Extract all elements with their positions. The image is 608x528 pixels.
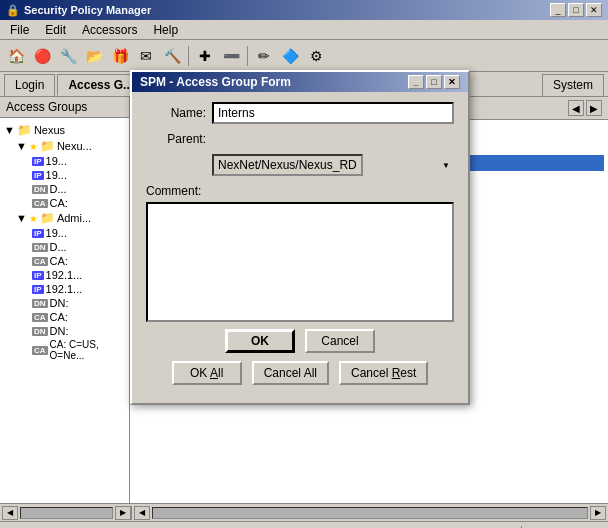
right-nav[interactable]: ◀ ▶ bbox=[568, 100, 602, 116]
nav-next-button[interactable]: ▶ bbox=[586, 100, 602, 116]
toolbar-btn-add[interactable]: ✚ bbox=[193, 44, 217, 68]
tree-nexu[interactable]: ▼ ★ 📁 Nexu... bbox=[16, 138, 125, 154]
title-bar-left: 🔒 Security Policy Manager bbox=[6, 4, 151, 17]
dn-icon-3: DN bbox=[32, 299, 48, 308]
nav-prev-button[interactable]: ◀ bbox=[568, 100, 584, 116]
cancel-rest-button[interactable]: Cancel Rest bbox=[339, 361, 428, 385]
parent-select[interactable]: NexNet/Nexus/Nexus_RD bbox=[212, 154, 363, 176]
dialog-title-controls[interactable]: _ □ ✕ bbox=[408, 75, 460, 89]
tree-dn-4[interactable]: DN DN: bbox=[32, 324, 125, 338]
app-title: Security Policy Manager bbox=[24, 4, 151, 16]
tree-label-dn1: D... bbox=[50, 183, 67, 195]
left-panel: Access Groups ▼ 📁 Nexus ▼ ★ 📁 Nexu... IP bbox=[0, 97, 130, 503]
scroll-left-btn-2[interactable]: ◀ bbox=[134, 506, 150, 520]
ok-button[interactable]: OK bbox=[225, 329, 295, 353]
tree-label-ip3: 19... bbox=[46, 227, 67, 239]
comment-label: Comment: bbox=[146, 184, 454, 198]
menu-edit[interactable]: Edit bbox=[41, 22, 70, 38]
dialog-close-button[interactable]: ✕ bbox=[444, 75, 460, 89]
close-button[interactable]: ✕ bbox=[586, 3, 602, 17]
tree-dn-1[interactable]: DN D... bbox=[32, 182, 125, 196]
ip-icon-4: IP bbox=[32, 271, 44, 280]
tree-ca-2[interactable]: CA CA: bbox=[32, 254, 125, 268]
toolbar-btn-home[interactable]: 🏠 bbox=[4, 44, 28, 68]
tree-ip-1[interactable]: IP 19... bbox=[32, 154, 125, 168]
menu-help[interactable]: Help bbox=[149, 22, 182, 38]
parent-select-row: NexNet/Nexus/Nexus_RD bbox=[146, 154, 454, 176]
folder-icon-3: 📁 bbox=[40, 211, 55, 225]
scroll-track-right[interactable] bbox=[152, 507, 588, 519]
toolbar-sep-2 bbox=[247, 46, 248, 66]
tree-ip-2[interactable]: IP 19... bbox=[32, 168, 125, 182]
tree-label-admi: Admi... bbox=[57, 212, 91, 224]
expand-icon-3: ▼ bbox=[16, 212, 27, 224]
toolbar-btn-mail[interactable]: ✉ bbox=[134, 44, 158, 68]
tree-label-ca3: CA: bbox=[50, 311, 68, 323]
ok-all-button[interactable]: OK All bbox=[172, 361, 242, 385]
dialog-body: Name: Parent: NexNet/Nexus/Nexus_RD Comm… bbox=[132, 92, 468, 403]
menu-bar: File Edit Accessors Help bbox=[0, 20, 608, 40]
tree-ip-5[interactable]: IP 192.1... bbox=[32, 282, 125, 296]
scroll-right-btn[interactable]: ▶ bbox=[115, 506, 131, 520]
toolbar-btn-wrench[interactable]: 🔧 bbox=[56, 44, 80, 68]
scroll-track-left[interactable] bbox=[20, 507, 113, 519]
title-bar-controls[interactable]: _ □ ✕ bbox=[550, 3, 602, 17]
toolbar-sep-1 bbox=[188, 46, 189, 66]
tree-ca-3[interactable]: CA CA: bbox=[32, 310, 125, 324]
tree-label-ip5: 192.1... bbox=[46, 283, 83, 295]
tree-ca-1[interactable]: CA CA: bbox=[32, 196, 125, 210]
toolbar-btn-red[interactable]: 🔴 bbox=[30, 44, 54, 68]
name-row: Name: bbox=[146, 102, 454, 124]
toolbar: 🏠 🔴 🔧 📂 🎁 ✉ 🔨 ✚ ➖ ✏ 🔷 ⚙ bbox=[0, 40, 608, 72]
toolbar-btn-diamond[interactable]: 🔷 bbox=[278, 44, 302, 68]
parent-select-wrapper[interactable]: NexNet/Nexus/Nexus_RD bbox=[212, 154, 454, 176]
ca-icon-2: CA bbox=[32, 257, 48, 266]
cancel-button[interactable]: Cancel bbox=[305, 329, 375, 353]
dn-icon-2: DN bbox=[32, 243, 48, 252]
name-input[interactable] bbox=[212, 102, 454, 124]
maximize-button[interactable]: □ bbox=[568, 3, 584, 17]
ca-icon-1: CA bbox=[32, 199, 48, 208]
toolbar-btn-gear[interactable]: ⚙ bbox=[304, 44, 328, 68]
name-label: Name: bbox=[146, 106, 206, 120]
toolbar-btn-remove[interactable]: ➖ bbox=[219, 44, 243, 68]
tree-label-nexu: Nexu... bbox=[57, 140, 92, 152]
tree-ip-4[interactable]: IP 192.1... bbox=[32, 268, 125, 282]
minimize-button[interactable]: _ bbox=[550, 3, 566, 17]
ca-icon-4: CA bbox=[32, 346, 48, 355]
title-bar: 🔒 Security Policy Manager _ □ ✕ bbox=[0, 0, 608, 20]
dialog-maximize-button[interactable]: □ bbox=[426, 75, 442, 89]
tree-ip-3[interactable]: IP 19... bbox=[32, 226, 125, 240]
tab-system[interactable]: System bbox=[542, 74, 604, 96]
tree-ca-4[interactable]: CA CA: C=US, O=Ne... bbox=[32, 338, 125, 362]
scroll-left-btn[interactable]: ◀ bbox=[2, 506, 18, 520]
toolbar-btn-hammer[interactable]: 🔨 bbox=[160, 44, 184, 68]
tree-admi[interactable]: ▼ ★ 📁 Admi... bbox=[16, 210, 125, 226]
tree-label-ca2: CA: bbox=[50, 255, 68, 267]
tree-root[interactable]: ▼ 📁 Nexus bbox=[4, 122, 125, 138]
scroll-right-btn-2[interactable]: ▶ bbox=[590, 506, 606, 520]
expand-icon-2: ▼ bbox=[16, 140, 27, 152]
dialog-minimize-button[interactable]: _ bbox=[408, 75, 424, 89]
expand-icon: ▼ bbox=[4, 124, 15, 136]
ip-icon-2: IP bbox=[32, 171, 44, 180]
toolbar-btn-gift[interactable]: 🎁 bbox=[108, 44, 132, 68]
status-bar: Logged into Security Policy Manager Data… bbox=[0, 521, 608, 528]
app-icon: 🔒 bbox=[6, 4, 20, 17]
comment-textarea[interactable] bbox=[146, 202, 454, 322]
menu-file[interactable]: File bbox=[6, 22, 33, 38]
folder-icon-2: 📁 bbox=[40, 139, 55, 153]
tree-dn-2[interactable]: DN D... bbox=[32, 240, 125, 254]
secondary-button-row: OK All Cancel All Cancel Rest bbox=[146, 361, 454, 385]
menu-accessors[interactable]: Accessors bbox=[78, 22, 141, 38]
tab-login[interactable]: Login bbox=[4, 74, 55, 96]
toolbar-btn-open[interactable]: 📂 bbox=[82, 44, 106, 68]
tree-dn-3[interactable]: DN DN: bbox=[32, 296, 125, 310]
ip-icon-1: IP bbox=[32, 157, 44, 166]
cancel-all-button[interactable]: Cancel All bbox=[252, 361, 329, 385]
tree-label-nexus: Nexus bbox=[34, 124, 65, 136]
tree-label-ip4: 192.1... bbox=[46, 269, 83, 281]
primary-button-row: OK Cancel bbox=[146, 329, 454, 353]
toolbar-btn-edit[interactable]: ✏ bbox=[252, 44, 276, 68]
folder-icon: 📁 bbox=[17, 123, 32, 137]
